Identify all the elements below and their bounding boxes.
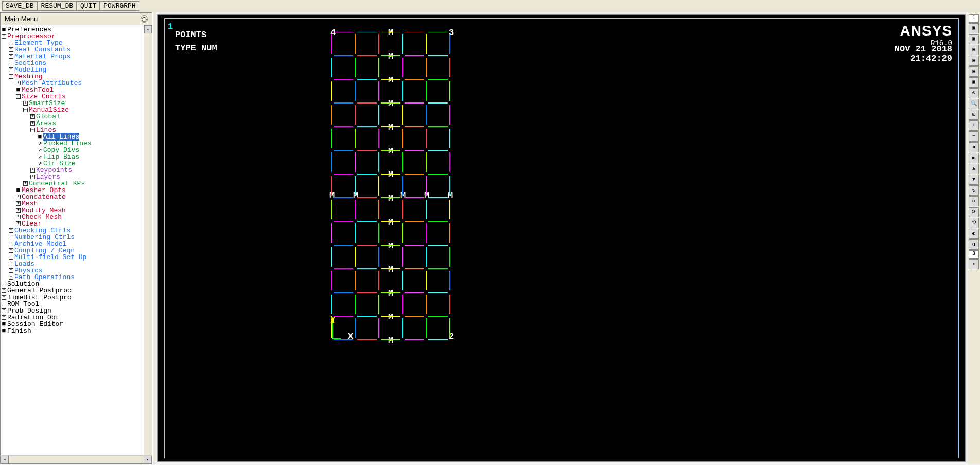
leaf-icon[interactable]: ■ xyxy=(2,26,6,33)
expand-icon[interactable]: + xyxy=(16,221,21,226)
expand-icon[interactable]: + xyxy=(9,41,13,45)
quit-button[interactable]: QUIT xyxy=(77,1,100,11)
rate-selector[interactable]: 3 ▾ xyxy=(969,250,979,259)
sidebar-header: Main Menu ◯ xyxy=(1,13,152,25)
mesh-grid xyxy=(331,32,455,341)
right-toolbar: 1 ▾ ▣ ▣ ▣ ▣ ▣ ▣ ⊙ 🔍 ⊡ + − ◀ ▶ ▲ ▼ ↻ ↺ ⟳ … xyxy=(968,12,980,464)
expand-icon[interactable]: + xyxy=(16,195,21,199)
expand-icon[interactable]: + xyxy=(9,268,13,273)
resum-db-button[interactable]: RESUM_DB xyxy=(38,1,77,11)
tree-scrollbar-vertical[interactable]: ▴ xyxy=(144,25,152,455)
rotate-y-icon[interactable]: ↺ xyxy=(969,196,979,206)
coord-triad-icon xyxy=(329,319,342,342)
sidebar-title: Main Menu xyxy=(5,15,38,23)
tree-item-clr-size[interactable]: ↗Clr Size xyxy=(1,160,152,167)
expand-icon[interactable]: + xyxy=(9,54,13,59)
leaf-icon[interactable]: ■ xyxy=(16,87,21,93)
top-toolbar: SAVE_DB RESUM_DB QUIT POWRGRPH xyxy=(0,0,980,12)
powrgrph-button[interactable]: POWRGRPH xyxy=(100,1,139,11)
expand-icon[interactable]: + xyxy=(30,175,35,179)
tree-item-size-cntrls[interactable]: −Size Cntrls xyxy=(1,93,152,100)
collapse-icon[interactable]: ◯ xyxy=(141,15,148,23)
expand-icon[interactable]: + xyxy=(2,315,6,320)
expand-icon[interactable]: + xyxy=(16,215,21,219)
expand-icon[interactable]: − xyxy=(9,74,13,79)
pane-divider[interactable] xyxy=(152,12,155,464)
expand-icon[interactable]: + xyxy=(9,242,13,246)
zoom-box-icon[interactable]: ⊡ xyxy=(969,110,979,120)
tree-item-smartsize[interactable]: +SmartSize xyxy=(1,100,152,107)
scroll-right-icon[interactable]: ▸ xyxy=(144,456,152,463)
plot-time: 21:42:29 xyxy=(910,54,952,63)
expand-icon[interactable]: + xyxy=(9,248,13,253)
expand-icon[interactable]: + xyxy=(9,228,13,233)
expand-icon[interactable]: + xyxy=(2,282,6,286)
expand-icon[interactable]: + xyxy=(9,255,13,260)
tree-item-finish[interactable]: ■Finish xyxy=(1,328,152,334)
zoom-out-icon[interactable]: − xyxy=(969,131,979,142)
expand-icon[interactable]: + xyxy=(30,168,35,173)
tree-item-global[interactable]: +Global xyxy=(1,113,152,120)
brand-text: ANSYS xyxy=(900,23,952,39)
scroll-up-icon[interactable]: ▴ xyxy=(144,25,152,33)
expand-icon[interactable]: + xyxy=(30,114,35,119)
plot-label-points: POINTS xyxy=(175,30,206,40)
zoom-in-icon[interactable]: + xyxy=(969,120,979,131)
spin-icon[interactable]: ◐ xyxy=(969,229,979,239)
tree-item-areas[interactable]: +Areas xyxy=(1,120,152,127)
pan-down-icon[interactable]: ▼ xyxy=(969,175,979,185)
tree-item-keypoints[interactable]: +Keypoints xyxy=(1,167,152,174)
pan-up-icon[interactable]: ▲ xyxy=(969,164,979,174)
expand-icon[interactable]: − xyxy=(30,128,35,132)
main-menu-sidebar: Main Menu ◯ ■Preferences−Preprocessor+El… xyxy=(0,12,152,464)
expand-icon[interactable]: + xyxy=(16,201,21,206)
plot-date: NOV 21 2018 xyxy=(895,44,952,54)
expand-icon[interactable]: + xyxy=(9,67,13,72)
tree-scrollbar-horizontal[interactable]: ◂ ▸ xyxy=(1,455,152,463)
scroll-left-icon[interactable]: ◂ xyxy=(1,456,9,463)
expand-icon[interactable]: + xyxy=(16,208,21,213)
dynamic-icon[interactable]: ✦ xyxy=(969,259,979,269)
fit-icon[interactable]: ⊙ xyxy=(969,88,979,98)
expand-icon[interactable]: − xyxy=(2,34,6,39)
view-iso-icon[interactable]: ▣ xyxy=(969,23,979,33)
tree-item-manualsize[interactable]: −ManualSize xyxy=(1,107,152,113)
view-back-icon[interactable]: ▣ xyxy=(969,77,979,88)
expand-icon[interactable]: + xyxy=(2,288,6,293)
expand-icon[interactable]: + xyxy=(9,47,13,52)
pan-right-icon[interactable]: ▶ xyxy=(969,153,979,163)
save-db-button[interactable]: SAVE_DB xyxy=(2,1,38,11)
expand-icon[interactable]: − xyxy=(16,94,21,99)
rotate-neg-icon[interactable]: ⟲ xyxy=(969,218,979,228)
window-number: 1 xyxy=(168,22,173,31)
leaf-icon[interactable]: ■ xyxy=(16,187,21,194)
expand-icon[interactable]: − xyxy=(23,108,28,112)
expand-icon[interactable]: + xyxy=(2,308,6,313)
expand-icon[interactable]: + xyxy=(30,121,35,126)
view-oblique-icon[interactable]: ▣ xyxy=(969,66,979,77)
pan-left-icon[interactable]: ◀ xyxy=(969,142,979,152)
expand-icon[interactable]: + xyxy=(9,235,13,239)
expand-icon[interactable]: + xyxy=(16,81,21,85)
rotate-x-icon[interactable]: ↻ xyxy=(969,185,979,196)
expand-icon[interactable]: + xyxy=(23,181,28,186)
spin2-icon[interactable]: ◑ xyxy=(969,239,979,250)
menu-tree: ■Preferences−Preprocessor+Element Type+R… xyxy=(1,25,152,455)
expand-icon[interactable]: + xyxy=(2,302,6,306)
view-selector-1[interactable]: 1 ▾ xyxy=(969,14,979,23)
view-top-icon[interactable]: ▣ xyxy=(969,56,979,66)
graphics-canvas[interactable]: 1 POINTS TYPE NUM ANSYS R16.0 NOV 21 201… xyxy=(157,14,966,462)
rotate-z-icon[interactable]: ⟳ xyxy=(969,207,979,217)
view-side-icon[interactable]: ▣ xyxy=(969,45,979,55)
leaf-icon[interactable]: ■ xyxy=(2,328,6,334)
plot-label-typenum: TYPE NUM xyxy=(175,43,217,53)
zoom-icon[interactable]: 🔍 xyxy=(969,99,979,109)
expand-icon[interactable]: + xyxy=(2,295,6,300)
tree-item-flip-bias[interactable]: ↗Flip Bias xyxy=(1,153,152,160)
expand-icon[interactable]: + xyxy=(23,101,28,106)
expand-icon[interactable]: + xyxy=(9,262,13,266)
ansys-logo: ANSYS R16.0 xyxy=(900,23,952,47)
view-front-icon[interactable]: ▣ xyxy=(969,34,979,44)
expand-icon[interactable]: + xyxy=(9,61,13,65)
expand-icon[interactable]: + xyxy=(9,275,13,280)
